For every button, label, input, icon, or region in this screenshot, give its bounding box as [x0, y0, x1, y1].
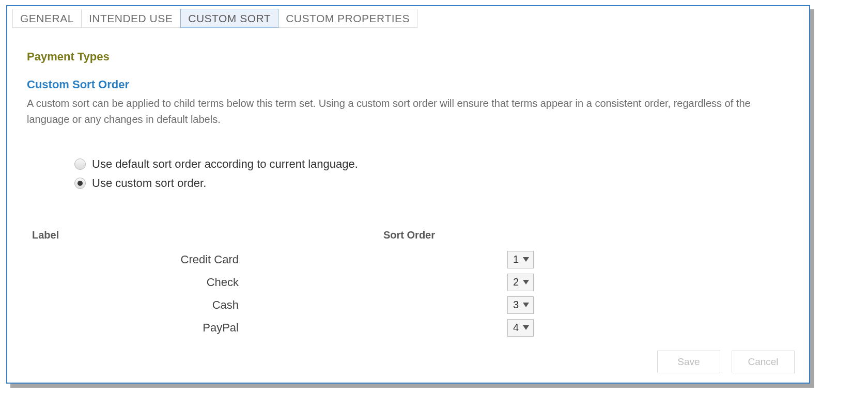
- radio-icon: [74, 159, 86, 170]
- table-row: PayPal 4: [27, 316, 789, 339]
- radio-label: Use default sort order according to curr…: [92, 154, 358, 173]
- sort-order-select[interactable]: 2: [507, 274, 534, 291]
- chevron-down-icon: [523, 325, 529, 330]
- settings-panel: GENERAL INTENDED USE CUSTOM SORT CUSTOM …: [6, 5, 810, 384]
- radio-custom-sort[interactable]: Use custom sort order.: [74, 173, 789, 193]
- column-header-sort-order: Sort Order: [383, 229, 554, 241]
- term-label: Check: [27, 276, 239, 289]
- select-value: 4: [513, 322, 519, 334]
- table-row: Check 2: [27, 271, 789, 294]
- radio-default-sort[interactable]: Use default sort order according to curr…: [74, 154, 789, 173]
- tab-custom-sort[interactable]: CUSTOM SORT: [180, 9, 278, 28]
- tab-intended-use[interactable]: INTENDED USE: [82, 9, 180, 28]
- term-label: PayPal: [27, 321, 239, 335]
- tab-bar: GENERAL INTENDED USE CUSTOM SORT CUSTOM …: [7, 6, 809, 28]
- tab-general[interactable]: GENERAL: [12, 9, 82, 28]
- select-value: 1: [513, 253, 519, 265]
- term-label: Cash: [27, 298, 239, 312]
- radio-icon: [74, 178, 86, 189]
- radio-label: Use custom sort order.: [92, 173, 206, 193]
- sort-order-select[interactable]: 4: [507, 319, 534, 337]
- section-description: A custom sort can be applied to child te…: [27, 96, 761, 128]
- chevron-down-icon: [523, 280, 529, 284]
- section-title: Custom Sort Order: [27, 78, 789, 91]
- chevron-down-icon: [523, 303, 529, 307]
- column-header-label: Label: [27, 229, 383, 241]
- sort-order-select[interactable]: 1: [507, 251, 534, 268]
- select-value: 3: [513, 299, 519, 311]
- table-row: Cash 3: [27, 294, 789, 316]
- chevron-down-icon: [523, 257, 529, 262]
- cancel-button[interactable]: Cancel: [732, 351, 795, 373]
- sort-order-select[interactable]: 3: [507, 296, 534, 314]
- table-row: Credit Card 1: [27, 248, 789, 271]
- save-button[interactable]: Save: [657, 351, 720, 373]
- select-value: 2: [513, 276, 519, 288]
- sort-mode-radio-group: Use default sort order according to curr…: [74, 154, 789, 193]
- tab-custom-properties[interactable]: CUSTOM PROPERTIES: [278, 9, 417, 28]
- page-title: Payment Types: [27, 50, 789, 64]
- term-label: Credit Card: [27, 253, 239, 266]
